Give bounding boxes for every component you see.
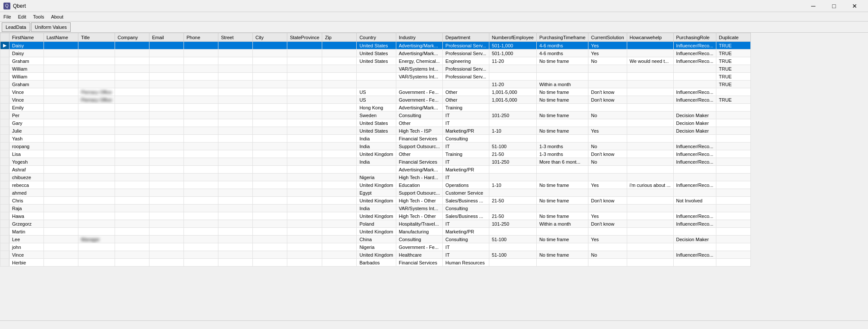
cell-country: Hong Kong — [357, 104, 396, 112]
column-header-City[interactable]: City — [252, 33, 287, 42]
cell-zip — [322, 259, 357, 267]
maximize-button[interactable]: □ — [824, 0, 844, 12]
menu-bar: FileEditToolsAbout — [0, 12, 868, 22]
toolbar-btn-leaddata[interactable]: LeadData — [2, 22, 30, 32]
table-row[interactable]: WilliamVAR/Systems Int...Professional Se… — [0, 73, 751, 81]
table-row[interactable]: johnNigeriaGovernment - Fe...IT — [0, 243, 751, 251]
table-row[interactable]: Graham11-20Within a monthTRUE — [0, 81, 751, 88]
cell-purchasingtimeframe — [536, 166, 588, 174]
cell-zip — [322, 96, 357, 104]
table-row[interactable]: ahmedEgyptSupport Outsourc...Customer Se… — [0, 189, 751, 197]
table-row[interactable]: HawaUnited KingdomHigh Tech - OtherSales… — [0, 212, 751, 220]
column-header-Department[interactable]: Department — [443, 33, 489, 42]
minimize-button[interactable]: ─ — [803, 0, 823, 12]
table-row[interactable]: ▶DaisyUnited StatesAdvertising/Mark...Pr… — [0, 42, 751, 50]
row-indicator — [0, 197, 9, 205]
row-indicator — [0, 251, 9, 259]
column-header-Zip[interactable]: Zip — [322, 33, 357, 42]
cell-street — [218, 228, 252, 236]
column-header-Industry[interactable]: Industry — [396, 33, 442, 42]
cell-zip — [322, 42, 357, 50]
column-header-CurrentSolution[interactable]: CurrentSolution — [588, 33, 627, 42]
table-row[interactable]: LisaUnited KingdomOtherTraining21-501-3 … — [0, 150, 751, 158]
cell-street — [218, 104, 252, 112]
column-header-Street[interactable]: Street — [218, 33, 252, 42]
column-header-Title[interactable]: Title — [78, 33, 115, 42]
cell-purchasingrole — [673, 65, 716, 73]
table-row[interactable]: VincePierracy OfficeUSGovernment - Fe...… — [0, 88, 751, 96]
cell-currentsolution: Yes — [588, 181, 627, 189]
menu-item-tools[interactable]: Tools — [30, 13, 48, 20]
close-button[interactable]: ✕ — [845, 0, 865, 12]
cell-country: US — [357, 96, 396, 104]
cell-industry — [396, 81, 442, 88]
cell-firstname: Emily — [9, 104, 44, 112]
cell-zip — [322, 236, 357, 243]
cell-zip — [322, 104, 357, 112]
table-row[interactable]: roopangIndiaSupport Outsourc...IT51-1001… — [0, 143, 751, 150]
column-header-Phone[interactable]: Phone — [184, 33, 218, 42]
cell-stateprovince — [287, 228, 322, 236]
column-header-LastName[interactable]: LastName — [44, 33, 78, 42]
cell-city — [252, 181, 287, 189]
table-row[interactable]: DaisyUnited StatesAdvertising/Mark...Pro… — [0, 50, 751, 57]
table-row[interactable]: rebeccaUnited KingdomEducationOperations… — [0, 181, 751, 189]
table-row[interactable]: MartinUnited KingdomManufacturingMarketi… — [0, 228, 751, 236]
cell-country: Sweden — [357, 112, 396, 119]
table-row[interactable]: HerbieBarbadosFinancial ServicesHuman Re… — [0, 259, 751, 267]
column-header-PurchasingRole[interactable]: PurchasingRole — [673, 33, 716, 42]
cell-email — [149, 205, 184, 212]
table-row[interactable]: RajaIndiaVAR/Systems Int...Consulting — [0, 205, 751, 212]
cell-industry: Education — [396, 181, 442, 189]
cell-currentsolution — [588, 205, 627, 212]
table-row[interactable]: ChrisUnited KingdomHigh Tech - OtherSale… — [0, 197, 751, 205]
table-row[interactable]: GrzegorzPolandHospitality/Travel...IT101… — [0, 220, 751, 228]
column-header-Company[interactable]: Company — [115, 33, 149, 42]
cell-email — [149, 50, 184, 57]
table-row[interactable]: YogeshIndiaFinancial ServicesIT101-250Mo… — [0, 158, 751, 166]
table-row[interactable]: VincePierracy OfficeUSGovernment - Fe...… — [0, 96, 751, 104]
cell-numberofemployee — [489, 259, 536, 267]
table-row[interactable]: EmilyHong KongAdvertising/Mark...Trainin… — [0, 104, 751, 112]
cell-numberofemployee — [489, 243, 536, 251]
table-row[interactable]: GrahamUnited StatesEnergy, Chemical...En… — [0, 57, 751, 65]
table-row[interactable]: chibuezeNigeriaHigh Tech - Hard...IT — [0, 174, 751, 181]
table-row[interactable]: JulieUnited StatesHigh Tech - ISPMarketi… — [0, 127, 751, 135]
cell-industry: High Tech - Other — [396, 212, 442, 220]
cell-city — [252, 236, 287, 243]
cell-stateprovince — [287, 166, 322, 174]
toolbar-btn-uniform-values[interactable]: Uniform Values — [31, 22, 71, 32]
table-row[interactable]: AshrafAdvertising/Mark...Marketing/PR — [0, 166, 751, 174]
column-header-Country[interactable]: Country — [357, 33, 396, 42]
row-indicator — [0, 112, 9, 119]
table-row[interactable]: WilliamVAR/Systems Int...Professional Se… — [0, 65, 751, 73]
table-row[interactable]: VinceUnited KingdomHealthcareIT51-100No … — [0, 251, 751, 259]
table-container[interactable]: FirstNameLastNameTitleCompanyEmailPhoneS… — [0, 33, 868, 320]
row-indicator — [0, 104, 9, 112]
menu-item-file[interactable]: File — [0, 13, 15, 20]
cell-lastname — [44, 104, 78, 112]
table-row[interactable]: LeeManagerChinaConsultingConsulting51-10… — [0, 236, 751, 243]
cell-title — [78, 181, 115, 189]
table-row[interactable]: PerSwedenConsultingIT101-250No time fram… — [0, 112, 751, 119]
cell-numberofemployee: 11-20 — [489, 81, 536, 88]
table-row[interactable]: YashIndiaFinancial ServicesConsulting — [0, 135, 751, 143]
column-header-StateProvince[interactable]: StateProvince — [287, 33, 322, 42]
column-header-NumberofEmployee[interactable]: NumberofEmployee — [489, 33, 536, 42]
cell-department: Marketing/PR — [443, 166, 489, 174]
column-header-row-indicator[interactable] — [0, 33, 9, 42]
column-header-Email[interactable]: Email — [149, 33, 184, 42]
menu-item-about[interactable]: About — [47, 13, 67, 20]
cell-zip — [322, 65, 357, 73]
table-row[interactable]: GaryUnited StatesOtherITDecision Maker — [0, 119, 751, 127]
column-header-Duplicate[interactable]: Duplicate — [716, 33, 750, 42]
column-header-Howcanwehelp[interactable]: Howcanwehelp — [627, 33, 673, 42]
cell-title — [78, 166, 115, 174]
column-header-PurchasingTimeframe[interactable]: PurchasingTimeframe — [536, 33, 588, 42]
cell-city — [252, 166, 287, 174]
column-header-FirstName[interactable]: FirstName — [9, 33, 44, 42]
cell-zip — [322, 88, 357, 96]
menu-item-edit[interactable]: Edit — [15, 13, 30, 20]
cell-phone — [184, 88, 218, 96]
row-indicator — [0, 205, 9, 212]
